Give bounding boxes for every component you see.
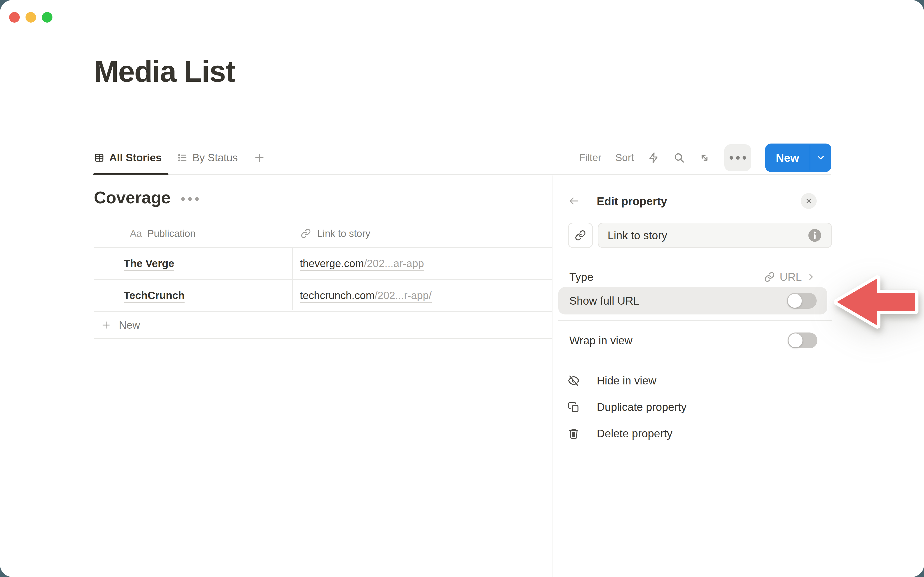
- toggle-knob: [788, 334, 803, 347]
- back-button[interactable]: [568, 195, 580, 207]
- close-window-button[interactable]: [9, 12, 20, 23]
- tab-label: By Status: [192, 152, 238, 164]
- more-icon: [743, 156, 746, 160]
- column-divider: [292, 248, 293, 310]
- window-controls: [9, 12, 52, 23]
- plus-icon: [100, 319, 111, 330]
- new-button-label: New: [765, 143, 810, 172]
- column-header-link[interactable]: Link to story: [292, 228, 552, 239]
- publication-cell[interactable]: The Verge: [124, 258, 174, 271]
- property-name-row: Link to story: [558, 222, 832, 248]
- chevron-right-icon: [806, 272, 815, 281]
- tab-all-stories[interactable]: All Stories: [94, 141, 162, 174]
- expand-button[interactable]: [699, 152, 710, 163]
- link-cell[interactable]: theverge.com/202...ar-app: [300, 258, 424, 271]
- column-label: Publication: [147, 228, 195, 239]
- close-panel-button[interactable]: [801, 193, 817, 209]
- duplicate-property-item[interactable]: Duplicate property: [558, 394, 832, 420]
- table-row: TechCrunch techcrunch.com/202...r-app/: [94, 280, 552, 312]
- tab-by-status[interactable]: By Status: [177, 141, 238, 174]
- more-options-button[interactable]: [724, 144, 751, 171]
- group-header: Coverage: [94, 188, 199, 207]
- group-title: Coverage: [94, 188, 171, 207]
- table-header-row: Aa Publication Link to story: [94, 220, 552, 248]
- plus-icon: [253, 152, 266, 164]
- column-header-publication[interactable]: Aa Publication: [94, 228, 292, 239]
- list-icon: [177, 152, 188, 163]
- link-cell[interactable]: techcrunch.com/202...r-app/: [300, 290, 432, 303]
- panel-title: Edit property: [597, 195, 667, 208]
- close-icon: [805, 197, 813, 205]
- new-row-button[interactable]: New: [94, 312, 552, 339]
- toggle-knob: [788, 294, 802, 308]
- menu-item-label: Duplicate property: [597, 401, 687, 414]
- panel-header: Edit property: [558, 189, 832, 213]
- arrow-left-icon: [568, 195, 580, 207]
- property-name-input[interactable]: Link to story: [598, 222, 832, 248]
- automations-button[interactable]: [648, 152, 659, 163]
- menu-item-label: Hide in view: [597, 374, 656, 387]
- delete-property-item[interactable]: Delete property: [558, 420, 832, 447]
- trash-icon: [568, 428, 580, 439]
- type-label: Type: [569, 271, 593, 284]
- page-title: Media List: [94, 56, 235, 87]
- more-icon: [736, 156, 740, 160]
- publication-cell[interactable]: TechCrunch: [124, 290, 184, 303]
- toggle-label: Show full URL: [569, 294, 639, 307]
- menu-item-label: Delete property: [597, 427, 672, 440]
- stories-table: Aa Publication Link to story The Verge t…: [94, 220, 552, 339]
- new-record-button[interactable]: New: [765, 143, 831, 172]
- group-options-button[interactable]: [181, 195, 199, 201]
- table-icon: [94, 152, 105, 163]
- chevron-down-icon: [816, 153, 825, 163]
- duplicate-icon: [568, 401, 580, 413]
- eye-off-icon: [568, 375, 580, 386]
- search-button[interactable]: [673, 152, 685, 163]
- link-icon: [764, 272, 775, 282]
- wrap-in-view-toggle[interactable]: [788, 332, 817, 348]
- divider: [558, 320, 832, 321]
- filter-button[interactable]: Filter: [579, 152, 601, 163]
- column-label: Link to story: [317, 228, 370, 239]
- minimize-window-button[interactable]: [26, 12, 36, 23]
- more-icon: [730, 156, 733, 160]
- toggle-label: Wrap in view: [569, 334, 632, 347]
- link-icon: [575, 230, 586, 241]
- app-window: Media List All Stories By Status Filter …: [0, 0, 924, 577]
- search-icon: [673, 152, 685, 163]
- property-actions-menu: Hide in view Duplicate property Delete p…: [558, 367, 832, 447]
- divider: [558, 359, 832, 360]
- edit-property-panel: Edit property Link to story Type: [552, 176, 924, 577]
- show-full-url-row[interactable]: Show full URL: [558, 287, 827, 314]
- wrap-in-view-row[interactable]: Wrap in view: [558, 327, 832, 354]
- hide-in-view-item[interactable]: Hide in view: [558, 367, 832, 394]
- view-tabs: All Stories By Status: [94, 141, 266, 174]
- expand-icon: [699, 152, 710, 163]
- zoom-window-button[interactable]: [42, 12, 52, 23]
- property-icon-button[interactable]: [568, 222, 593, 248]
- text-type-icon: Aa: [130, 228, 142, 239]
- new-row-label: New: [119, 319, 140, 331]
- show-full-url-toggle[interactable]: [787, 293, 817, 309]
- table-row: The Verge theverge.com/202...ar-app: [94, 248, 552, 280]
- collection-controls: Filter Sort New: [579, 143, 831, 172]
- property-type-row[interactable]: Type URL: [558, 265, 832, 289]
- tab-label: All Stories: [109, 152, 162, 164]
- type-value: URL: [780, 271, 802, 284]
- type-value-group: URL: [764, 271, 815, 284]
- zap-icon: [648, 152, 659, 163]
- add-view-button[interactable]: [253, 152, 266, 164]
- view-toolbar: All Stories By Status Filter Sort: [94, 141, 831, 175]
- new-button-dropdown[interactable]: [810, 143, 831, 172]
- property-name-value: Link to story: [607, 229, 667, 242]
- link-icon: [301, 228, 311, 239]
- info-icon[interactable]: [808, 228, 822, 242]
- sort-button[interactable]: Sort: [615, 152, 634, 163]
